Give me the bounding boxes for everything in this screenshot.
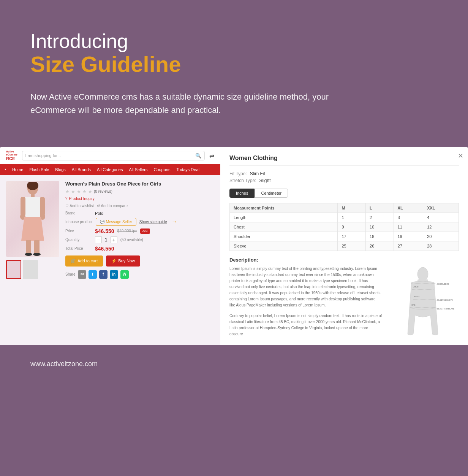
size-guide-modal: ✕ Women Clothing Fit Type: Slim Fit Stre… [220,147,468,345]
size-row-shoulder: Shoulder 17 18 19 20 [230,232,459,241]
modal-close-button[interactable]: ✕ [458,152,463,160]
share-label: Share [65,272,76,276]
share-whatsapp-icon[interactable]: W [120,270,129,279]
measurement-chest: Chest [230,222,338,232]
svg-text:WAIST: WAIST [414,295,420,298]
footer-section: www.activeitzone.com [0,345,468,383]
length-l: 2 [366,213,394,222]
fit-type-row: Fit Type: Slim Fit [229,171,459,176]
svg-rect-9 [34,240,40,254]
fit-type-value: Slim Fit [250,171,265,176]
svg-rect-3 [25,197,40,218]
chest-l: 10 [366,222,394,232]
nav-search-box[interactable]: I am shopping for... 🔍 [22,151,205,160]
product-inquiry-link[interactable]: ? Product Inquiry [65,197,214,201]
product-inhouse-row: Inhouse product 💬 Message Seller Show si… [65,218,214,226]
product-title: Women's Plain Dress One Piece for Girls [65,181,214,187]
price-label: Price [65,229,92,233]
quantity-value: 1 [105,237,108,243]
menu-item-all-sellers[interactable]: All Sellers [129,167,147,172]
share-email-icon[interactable]: ✉ [78,270,86,279]
menu-item-coupons[interactable]: Coupons [153,167,170,172]
quantity-label: Quantity [65,238,92,242]
svg-text:LENGTH (INSEAM): LENGTH (INSEAM) [437,308,454,310]
menu-item-all-categories[interactable]: All Categories [97,167,123,172]
product-image-svg [10,182,55,256]
nav-logo: Active eComme RCE [6,150,17,160]
product-actions: ♡ Add to wishlist ↺ Add to compare [65,204,214,208]
hero-title-text: Size Guideline [30,52,438,76]
menu-item-home[interactable]: Home [12,167,23,172]
buy-now-button[interactable]: ⚡ Buy Now [106,255,140,267]
filter-icon[interactable]: ⇌ [209,152,214,159]
svg-text:SLEEVE LENGTH: SLEEVE LENGTH [437,299,453,301]
size-row-length: Length 1 2 3 4 [230,213,459,222]
quantity-increase-button[interactable]: + [111,236,117,243]
compare-action[interactable]: ↺ Add to compare [97,204,128,208]
product-image-area [6,181,59,279]
share-twitter-icon[interactable]: t [89,270,97,279]
menu-item-blogs[interactable]: Blogs [55,167,66,172]
chest-m: 9 [338,222,366,232]
size-table-header-row: Measurement Points M L XL XXL [230,203,459,213]
inquiry-icon: ? [65,197,68,201]
shoulder-xxl: 20 [423,232,459,241]
description-text-column: Lorem Ipsum is simply dummy text of the … [229,266,382,345]
menu-item-all-brands[interactable]: All Brands [72,167,91,172]
star-4: ★ [82,189,87,194]
stretch-type-row: Stretch Type: Slight [229,178,459,183]
unit-tab-inches[interactable]: Inches [229,189,255,198]
quantity-decrease-button[interactable]: − [95,236,102,243]
unit-tabs: Inches Centimeter [229,189,459,198]
product-thumb-1[interactable] [6,260,21,279]
product-main-image [6,181,59,257]
sleeve-l: 26 [366,241,394,251]
share-linkedin-icon[interactable]: in [110,270,118,279]
search-icon: 🔍 [195,153,201,159]
price-original: $49.000 /pc [117,229,137,233]
arrow-right-icon: → [171,218,177,225]
svg-rect-5 [40,197,45,216]
nav-logo-line2: eComme [6,153,17,156]
svg-rect-4 [21,197,25,216]
length-xxl: 4 [423,213,459,222]
category-dropdown-icon[interactable]: ▾ [5,168,6,171]
product-buttons: 🛒 Add to cart ⚡ Buy Now [65,255,214,267]
show-size-guide-link[interactable]: Show size guide [139,220,167,224]
wishlist-action[interactable]: ♡ Add to wishlist [65,204,94,208]
length-m: 1 [338,213,366,222]
col-l: L [366,203,394,213]
brand-value: Polo [95,211,103,216]
chest-xl: 11 [394,222,423,232]
product-price-row: Price $46.550 $49.000 /pc -5% [65,228,214,234]
share-facebook-icon[interactable]: f [99,270,108,279]
svg-text:SHOULDERS: SHOULDERS [437,283,449,285]
message-seller-button[interactable]: 💬 Message Seller [96,218,136,226]
product-quantity-row: Quantity − 1 + (50 available) [65,236,214,243]
inhouse-label: Inhouse product [65,220,93,224]
length-xl: 3 [394,213,423,222]
measurement-length: Length [230,213,338,222]
total-price-label: Total Price [65,246,92,251]
footer-url: www.activeitzone.com [30,360,438,368]
stretch-type-value: Slight [259,178,270,183]
fit-type-label: Fit Type: [229,171,247,176]
product-total-price-row: Total Price $46.550 [65,246,214,252]
total-price-value: $46.550 [95,246,114,252]
description-title: Description: [229,257,459,263]
unit-tab-centimeter[interactable]: Centimeter [255,189,288,198]
product-thumbnails [6,260,59,279]
quantity-control: − 1 + (50 available) [95,236,143,243]
menu-item-flash-sale[interactable]: Flash Sale [29,167,49,172]
shoulder-m: 17 [338,232,366,241]
left-panel-ecommerce: Active eComme RCE I am shopping for... 🔍… [0,147,220,345]
menu-item-todays-deal[interactable]: Todays Deal [176,167,199,172]
nav-logo-line1: Active [6,150,17,153]
sleeve-xl: 27 [394,241,423,251]
col-m: M [338,203,366,213]
hero-intro-text: Introducing [30,30,438,52]
add-to-cart-button[interactable]: 🛒 Add to cart [65,255,103,267]
body-diagram-area: CHEST WAIST HIPS SHOULDERS SLEEVE LENGTH… [387,266,459,345]
product-thumb-2[interactable] [23,260,38,279]
price-current: $46.550 [95,228,114,234]
